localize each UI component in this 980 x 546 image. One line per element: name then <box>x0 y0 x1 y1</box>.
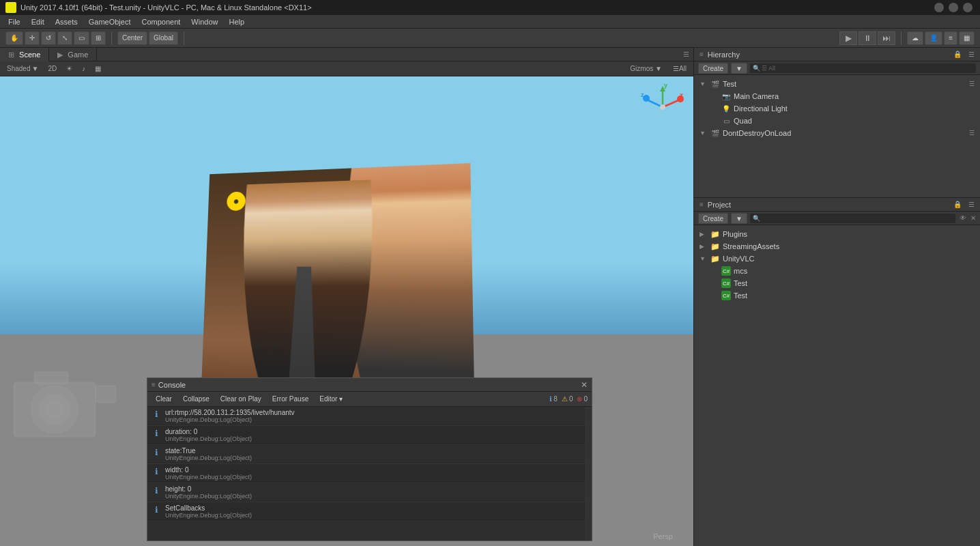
test2-label: Test <box>734 291 747 300</box>
console-row-text-0: url:rtmp://58.200.131.2:1935/livetv/huna… <box>165 409 581 423</box>
project-icon: ≡ <box>700 201 704 208</box>
effects-toggle[interactable]: ▦ <box>92 65 104 72</box>
hierarchy-test-label: Test <box>723 80 736 88</box>
svg-point-13 <box>643 95 650 102</box>
console-row-line1-4: height: 0 <box>165 485 581 493</box>
center-btn[interactable]: Center <box>117 31 147 45</box>
project-item-test2[interactable]: C# Test <box>705 289 980 302</box>
console-collapse-btn[interactable]: Collapse <box>179 393 214 405</box>
project-create-dropdown[interactable]: ▼ <box>731 213 747 224</box>
project-item-mcs[interactable]: C# mcs <box>705 265 980 277</box>
hierarchy-menu-icon[interactable]: ☰ <box>968 51 975 58</box>
step-button[interactable]: ⏭ <box>878 31 895 45</box>
rotate-tool[interactable]: ↺ <box>41 31 56 45</box>
console-row-5[interactable]: ℹ SetCallbacks UnityEngine.Debug:Log(Obj… <box>147 502 585 521</box>
console-errorpause-btn[interactable]: Error Pause <box>268 393 313 405</box>
project-content[interactable]: ▶ 📁 Plugins ▶ 📁 StreamingAssets ▼ 📁 Unit… <box>694 225 980 546</box>
console-row-line1-0: url:rtmp://58.200.131.2:1935/livetv/huna… <box>165 409 581 416</box>
hierarchy-create-dropdown[interactable]: ▼ <box>731 63 747 74</box>
hierarchy-create-btn[interactable]: Create <box>698 63 728 74</box>
hierarchy-content[interactable]: ▼ 🎬 Test ☰ 📷 Main Camera 💡 Directional L… <box>694 75 980 197</box>
close-btn[interactable] <box>963 3 972 12</box>
console-row-1[interactable]: ℹ duration: 0 UnityEngine.Debug:Log(Obje… <box>147 426 585 445</box>
menu-edit[interactable]: Edit <box>26 15 50 29</box>
console-scrollbar[interactable] <box>585 407 592 541</box>
global-btn[interactable]: Global <box>149 31 178 45</box>
hierarchy-test-options[interactable]: ☰ <box>969 81 975 87</box>
project-item-streaming[interactable]: ▶ 📁 StreamingAssets <box>694 240 980 253</box>
hierarchy-main-camera[interactable]: 📷 Main Camera <box>705 90 980 102</box>
project-create-btn[interactable]: Create <box>698 213 728 224</box>
project-lock-icon[interactable]: 🔒 <box>953 201 962 208</box>
scale-tool[interactable]: ⤡ <box>57 31 72 45</box>
minimize-btn[interactable] <box>934 3 944 12</box>
move-tool[interactable]: ✛ <box>25 31 40 45</box>
hierarchy-main-camera-label: Main Camera <box>734 92 779 100</box>
project-title: Project <box>708 201 731 209</box>
menu-assets[interactable]: Assets <box>50 15 83 29</box>
project-search[interactable]: 🔍 <box>750 214 955 223</box>
hierarchy-test-scene[interactable]: ▼ 🎬 Test ☰ <box>694 78 980 90</box>
cloud-collab-tools: ☁ 👤 ≡ ▦ <box>907 31 975 45</box>
transform-all-tool[interactable]: ⊞ <box>91 31 106 45</box>
console-row-0[interactable]: ℹ url:rtmp://58.200.131.2:1935/livetv/hu… <box>147 407 585 426</box>
title-bar: Unity 2017.4.10f1 (64bit) - Test.unity -… <box>0 0 980 15</box>
console-titlebar: ≡ Console ✕ <box>147 378 592 392</box>
console-row-4[interactable]: ℹ height: 0 UnityEngine.Debug:Log(Object… <box>147 483 585 502</box>
menu-component[interactable]: Component <box>136 15 186 29</box>
project-item-plugins[interactable]: ▶ 📁 Plugins <box>694 228 980 240</box>
title-text: Unity 2017.4.10f1 (64bit) - Test.unity -… <box>20 3 312 12</box>
error-icon: ⊗ <box>577 395 582 403</box>
hand-tool[interactable]: ✋ <box>5 31 23 45</box>
account-btn[interactable]: 👤 <box>925 31 942 45</box>
project-item-unityvlc[interactable]: ▼ 📁 UnityVLC <box>694 253 980 265</box>
hierarchy-quad[interactable]: ▭ Quad <box>705 115 980 127</box>
viewport-options-btn[interactable]: ☰ <box>683 51 689 58</box>
play-button[interactable]: ▶ <box>839 31 857 45</box>
hierarchy-dontdestroy-options[interactable]: ☰ <box>969 130 975 136</box>
console-row-2[interactable]: ℹ state:True UnityEngine.Debug:Log(Objec… <box>147 445 585 464</box>
console-clear-btn[interactable]: Clear <box>152 393 176 405</box>
hierarchy-lock-icon[interactable]: 🔒 <box>953 51 962 58</box>
gizmos-dropdown[interactable]: Gizmos ▼ <box>627 65 665 72</box>
console-row-3[interactable]: ℹ width: 0 UnityEngine.Debug:Log(Object) <box>147 464 585 483</box>
tab-scene[interactable]: ⊞ Scene <box>0 48 49 61</box>
rect-tool[interactable]: ▭ <box>74 31 89 45</box>
info-count: 8 <box>553 395 558 403</box>
streaming-arrow: ▶ <box>700 243 708 250</box>
layout-btn[interactable]: ▦ <box>959 31 975 45</box>
tab-game[interactable]: ▶ Game <box>49 48 97 61</box>
console-row-icon-4: ℹ <box>152 486 161 495</box>
console-editor-btn[interactable]: Editor ▾ <box>315 393 347 405</box>
menu-file[interactable]: File <box>3 15 26 29</box>
project-menu-icon[interactable]: ☰ <box>968 201 975 208</box>
hierarchy-search[interactable]: 🔍 ☰ All <box>750 63 976 73</box>
layers-btn[interactable]: ≡ <box>944 31 957 45</box>
console-close-btn[interactable]: ✕ <box>581 380 588 390</box>
layers-dropdown[interactable]: ☰All <box>670 65 689 72</box>
hierarchy-dontdestroy-label: DontDestroyOnLoad <box>723 129 791 137</box>
console-row-icon-5: ℹ <box>152 505 161 515</box>
pause-button[interactable]: ⏸ <box>859 31 876 45</box>
project-search-filter[interactable]: 👁 <box>960 214 966 222</box>
project-search-close[interactable]: ✕ <box>970 214 976 222</box>
menu-help[interactable]: Help <box>223 15 250 29</box>
hierarchy-dir-light[interactable]: 💡 Directional Light <box>705 102 980 115</box>
menu-window[interactable]: Window <box>186 15 223 29</box>
project-item-test1[interactable]: C# Test <box>705 277 980 289</box>
console-content[interactable]: ℹ url:rtmp://58.200.131.2:1935/livetv/hu… <box>147 407 585 541</box>
warning-icon: ⚠ <box>562 395 568 403</box>
collab-btn[interactable]: ☁ <box>907 31 923 45</box>
console-clearonplay-btn[interactable]: Clear on Play <box>216 393 265 405</box>
maximize-btn[interactable] <box>949 3 958 12</box>
shading-dropdown[interactable]: Shaded ▼ <box>4 65 41 72</box>
2d-toggle[interactable]: 2D <box>45 65 59 72</box>
menu-gameobject[interactable]: GameObject <box>83 15 136 29</box>
svg-point-15 <box>660 104 665 110</box>
hierarchy-dontdestroy[interactable]: ▼ 🎬 DontDestroyOnLoad ☰ <box>694 127 980 139</box>
audio-toggle[interactable]: ♪ <box>79 65 88 72</box>
gizmo-widget[interactable]: y x z <box>639 83 687 131</box>
warning-count: 0 <box>569 395 573 403</box>
plugins-folder-icon: 📁 <box>710 230 720 239</box>
lighting-toggle[interactable]: ☀ <box>63 65 75 72</box>
